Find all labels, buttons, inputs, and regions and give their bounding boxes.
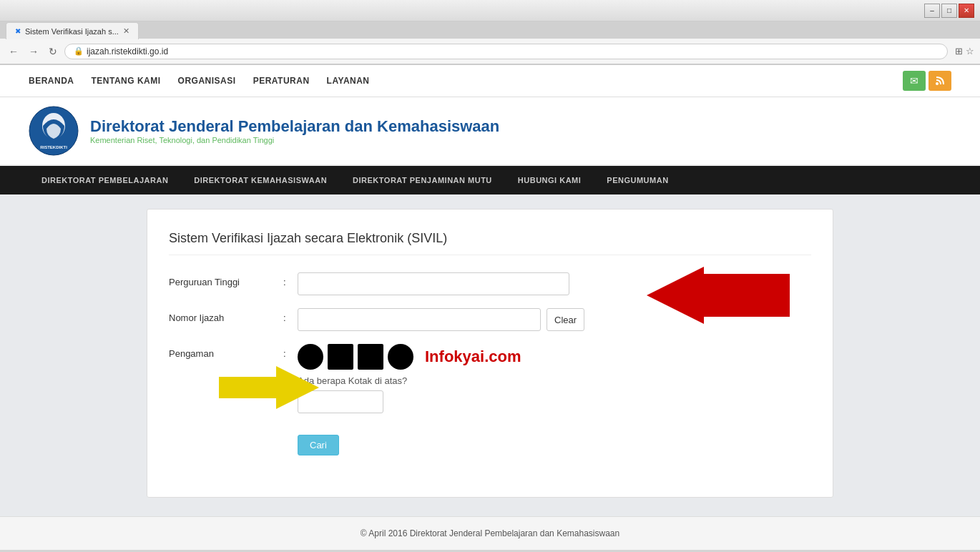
- back-button[interactable]: ←: [6, 44, 21, 59]
- red-arrow: [647, 267, 790, 326]
- topnav-links: BERANDA TENTANG KAMI ORGANISASI PERATURA…: [29, 76, 370, 86]
- svg-text:RISTEKDIKTI: RISTEKDIKTI: [40, 145, 67, 149]
- url-text: ijazah.ristekdikti.go.id: [87, 46, 939, 56]
- topnav-icons: ✉: [903, 71, 951, 91]
- svg-point-0: [936, 82, 939, 85]
- window-controls: – □ ✕: [924, 4, 974, 18]
- mainnav-penjaminan[interactable]: DIREKTORAT PENJAMINAN MUTU: [340, 166, 505, 194]
- browser-chrome: – □ ✕ ✖ Sistem Verifikasi Ijazah s... ✕ …: [0, 0, 980, 65]
- tab-area: ✖ Sistem Verifikasi Ijazah s... ✕: [0, 21, 980, 39]
- close-button[interactable]: ✕: [959, 4, 974, 18]
- footer-text: © April 2016 Direktorat Jenderal Pembela…: [361, 528, 619, 538]
- bookmark-button[interactable]: ☆: [966, 46, 974, 56]
- nav-bar: ← → ↻ 🔒 ijazah.ristekdikti.go.id ⊞ ☆: [0, 39, 980, 64]
- site-content: Sistem Verifikasi Ijazah secara Elektron…: [0, 194, 980, 516]
- nav-organisasi[interactable]: ORGANISASI: [178, 76, 236, 86]
- yellow-arrow: [219, 366, 319, 411]
- site-subtitle: Kementerian Riset, Teknologi, dan Pendid…: [90, 136, 499, 144]
- mainnav-kemahasiswaan[interactable]: DIREKTORAT KEMAHASISWAAN: [181, 166, 340, 194]
- nav-peraturan[interactable]: PERATURAN: [253, 76, 310, 86]
- tab-favicon: ✖: [15, 27, 21, 35]
- cari-button[interactable]: Cari: [298, 435, 339, 455]
- tab-title: Sistem Verifikasi Ijazah s...: [25, 27, 119, 36]
- refresh-button[interactable]: ↻: [46, 44, 60, 59]
- nav-beranda[interactable]: BERANDA: [29, 76, 74, 86]
- perguruan-tinggi-input[interactable]: [298, 272, 569, 295]
- colon-2: :: [283, 308, 298, 323]
- site-logo: RISTEKDIKTI: [29, 106, 79, 156]
- pengaman-label: Pengaman: [169, 344, 283, 359]
- extensions-button[interactable]: ⊞: [955, 46, 963, 56]
- site-header: RISTEKDIKTI Direktorat Jenderal Pembelaj…: [0, 97, 980, 166]
- tab-close-icon[interactable]: ✕: [123, 26, 129, 36]
- maximize-button[interactable]: □: [941, 4, 957, 18]
- active-tab[interactable]: ✖ Sistem Verifikasi Ijazah s... ✕: [6, 22, 139, 39]
- captcha-watermark: Infokyai.com: [425, 348, 521, 366]
- perguruan-tinggi-label: Perguruan Tinggi: [169, 272, 283, 287]
- mainnav-pembelajaran[interactable]: DIREKTORAT PEMBELAJARAN: [29, 166, 181, 194]
- captcha-shape-4: [388, 344, 413, 370]
- site-title-area: Direktorat Jenderal Pembelajaran dan Kem…: [90, 117, 499, 144]
- site-topnav: BERANDA TENTANG KAMI ORGANISASI PERATURA…: [0, 65, 980, 97]
- forward-button[interactable]: →: [26, 44, 41, 59]
- nav-tentang-kami[interactable]: TENTANG KAMI: [92, 76, 161, 86]
- colon-1: :: [283, 272, 298, 287]
- minimize-button[interactable]: –: [924, 4, 940, 18]
- nav-icons: ⊞ ☆: [955, 46, 974, 56]
- form-title: Sistem Verifikasi Ijazah secara Elektron…: [169, 231, 811, 255]
- svg-marker-5: [219, 366, 319, 409]
- site-mainnav: DIREKTORAT PEMBELAJARAN DIREKTORAT KEMAH…: [0, 166, 980, 194]
- site-footer: © April 2016 Direktorat Jenderal Pembela…: [0, 516, 980, 550]
- captcha-shapes: Infokyai.com: [298, 344, 811, 370]
- browser-titlebar: – □ ✕: [0, 0, 980, 21]
- site-title: Direktorat Jenderal Pembelajaran dan Kem…: [90, 117, 499, 136]
- captcha-shape-2: [328, 344, 353, 370]
- captcha-question: Ada berapa Kotak di atas?: [298, 375, 811, 386]
- nomor-ijazah-label: Nomor Ijazah: [169, 308, 283, 323]
- mainnav-hubungi[interactable]: HUBUNGI KAMI: [505, 166, 594, 194]
- form-card: Sistem Verifikasi Ijazah secara Elektron…: [147, 209, 833, 498]
- nomor-ijazah-input[interactable]: [298, 308, 541, 331]
- mainnav-pengumuman[interactable]: PENGUMUMAN: [594, 166, 681, 194]
- nav-layanan[interactable]: LAYANAN: [327, 76, 370, 86]
- svg-marker-4: [647, 267, 790, 324]
- captcha-shape-3: [358, 344, 383, 370]
- rss-button[interactable]: [928, 71, 951, 91]
- cari-row: Cari: [169, 426, 811, 455]
- address-bar[interactable]: 🔒 ijazah.ristekdikti.go.id: [64, 44, 948, 59]
- email-button[interactable]: ✉: [903, 71, 926, 91]
- colon-3: :: [283, 344, 298, 359]
- lock-icon: 🔒: [74, 46, 84, 56]
- website: BERANDA TENTANG KAMI ORGANISASI PERATURA…: [0, 65, 980, 550]
- clear-button[interactable]: Clear: [547, 308, 584, 331]
- pengaman-control: Infokyai.com Ada berapa Kotak di atas?: [298, 344, 811, 413]
